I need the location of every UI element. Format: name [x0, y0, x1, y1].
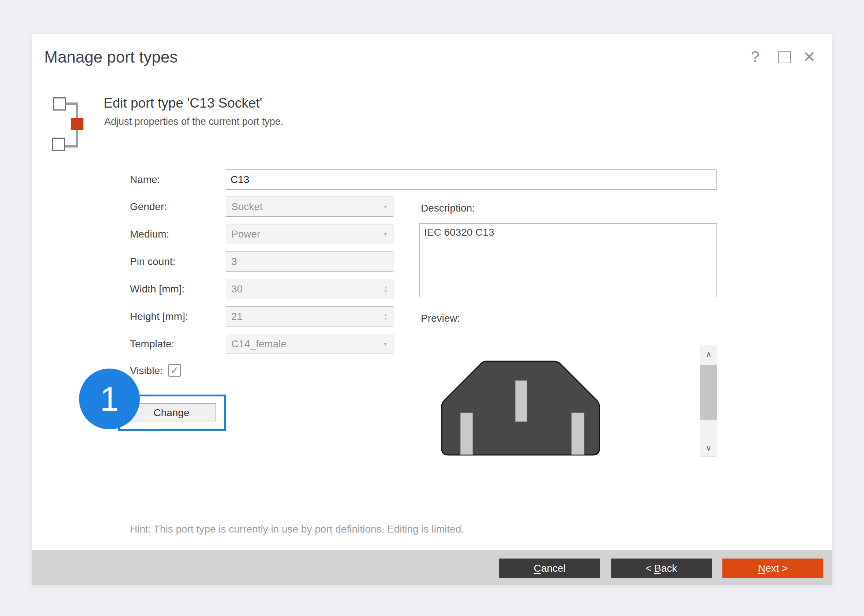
socket-pin-right: [572, 413, 584, 454]
template-value: C14_female: [231, 338, 286, 350]
spinner-arrows-icon: ▲ ▼: [383, 312, 388, 321]
gender-dropdown: Socket ▼: [226, 196, 393, 217]
back-button[interactable]: < Back: [611, 559, 712, 578]
socket-pin-left: [460, 413, 473, 454]
screen: Manage port types ? ✕ Edit port type 'C1…: [0, 0, 864, 616]
annotation-step-badge: 1: [79, 369, 140, 429]
width-spinner: 30 ▲ ▼: [226, 279, 393, 299]
visible-checkbox[interactable]: ✓: [168, 364, 181, 377]
port-type-icon: [51, 93, 86, 157]
chevron-down-icon: ▼: [383, 204, 388, 210]
spinner-arrows-icon: ▲ ▼: [383, 285, 388, 294]
chevron-down-icon: ▼: [383, 231, 388, 237]
dialog-title: Manage port types: [44, 48, 178, 66]
spin-down-icon: ▼: [383, 317, 388, 321]
medium-value: Power: [231, 228, 260, 240]
pin-count-value: 3: [231, 256, 237, 267]
medium-label: Medium:: [130, 228, 169, 240]
cancel-button[interactable]: Cancel: [499, 559, 600, 578]
gender-label: Gender:: [130, 201, 167, 213]
visible-label: Visible:: [130, 365, 163, 377]
width-value: 30: [231, 283, 243, 295]
description-label: Description:: [421, 203, 475, 214]
spin-up-icon: ▲: [383, 285, 388, 289]
maximize-icon[interactable]: [778, 51, 791, 63]
width-label: Width [mm]:: [130, 283, 184, 295]
page-title: Edit port type 'C13 Socket': [104, 96, 262, 111]
scroll-up-icon[interactable]: ∧: [701, 346, 717, 363]
height-label: Height [mm]:: [130, 311, 188, 322]
template-dropdown: C14_female ▼: [226, 334, 393, 354]
description-textarea[interactable]: IEC 60320 C13: [419, 223, 716, 297]
spin-down-icon: ▼: [383, 289, 388, 294]
height-value: 21: [231, 311, 243, 322]
hint-text: Hint: This port type is currently in use…: [130, 523, 464, 535]
icon-square-bottom: [52, 138, 65, 151]
icon-connector-bottom: [65, 145, 78, 148]
icon-connector-top: [66, 102, 78, 105]
c13-socket-preview-image: [441, 360, 600, 456]
page-subtitle: Adjust properties of the current port ty…: [104, 116, 283, 127]
scroll-down-icon[interactable]: ∨: [701, 440, 717, 456]
close-icon[interactable]: ✕: [803, 48, 816, 66]
name-input[interactable]: [226, 170, 716, 190]
checkmark-icon: ✓: [171, 365, 179, 376]
socket-pin-center: [515, 381, 527, 422]
icon-square-top: [53, 97, 66, 110]
name-label: Name:: [130, 174, 160, 185]
pin-count-label: Pin count:: [130, 256, 176, 267]
height-spinner: 21 ▲ ▼: [226, 306, 393, 327]
pin-count-input: 3: [226, 251, 393, 272]
medium-dropdown: Power ▼: [226, 224, 393, 244]
manage-port-types-dialog: Manage port types ? ✕ Edit port type 'C1…: [32, 34, 832, 585]
icon-square-red: [71, 118, 83, 130]
template-label: Template:: [130, 338, 174, 350]
chevron-down-icon: ▼: [383, 341, 388, 347]
preview-scrollbar[interactable]: ∧ ∨: [700, 346, 717, 457]
help-icon[interactable]: ?: [751, 48, 759, 66]
next-button[interactable]: Next >: [723, 559, 823, 578]
spin-up-icon: ▲: [383, 312, 388, 317]
preview-label: Preview:: [421, 313, 460, 324]
gender-value: Socket: [231, 201, 263, 213]
footer-bar: Cancel < Back Next >: [32, 550, 832, 585]
scrollbar-thumb[interactable]: [701, 365, 717, 420]
